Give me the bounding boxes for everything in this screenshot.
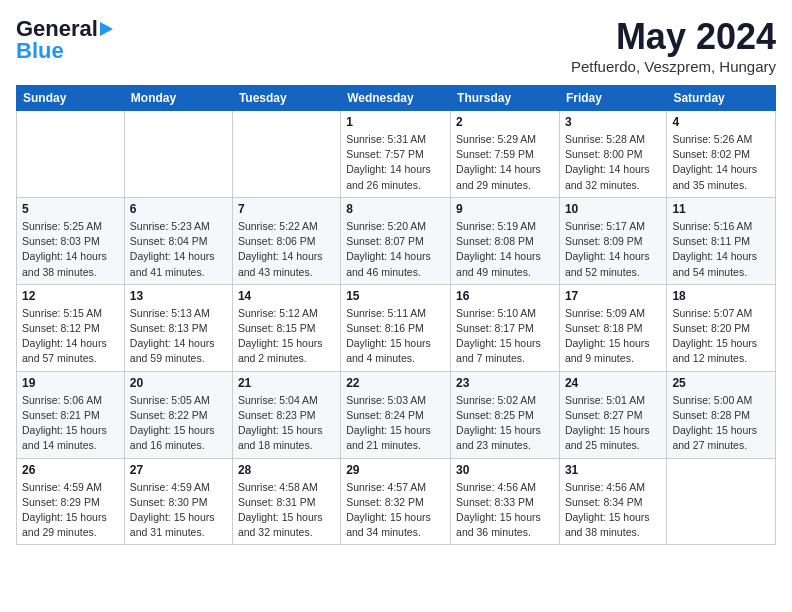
logo-blue: Blue [16, 38, 64, 64]
calendar-cell: 26Sunrise: 4:59 AM Sunset: 8:29 PM Dayli… [17, 458, 125, 545]
day-number: 14 [238, 289, 335, 303]
day-info: Sunrise: 5:23 AM Sunset: 8:04 PM Dayligh… [130, 219, 227, 280]
calendar-cell: 10Sunrise: 5:17 AM Sunset: 8:09 PM Dayli… [559, 197, 666, 284]
day-info: Sunrise: 5:06 AM Sunset: 8:21 PM Dayligh… [22, 393, 119, 454]
day-number: 22 [346, 376, 445, 390]
calendar-cell: 13Sunrise: 5:13 AM Sunset: 8:13 PM Dayli… [124, 284, 232, 371]
calendar-week-row: 26Sunrise: 4:59 AM Sunset: 8:29 PM Dayli… [17, 458, 776, 545]
page-header: General Blue May 2024 Petfuerdo, Veszpre… [16, 16, 776, 75]
day-info: Sunrise: 5:09 AM Sunset: 8:18 PM Dayligh… [565, 306, 661, 367]
day-number: 28 [238, 463, 335, 477]
day-info: Sunrise: 5:02 AM Sunset: 8:25 PM Dayligh… [456, 393, 554, 454]
calendar-cell: 7Sunrise: 5:22 AM Sunset: 8:06 PM Daylig… [232, 197, 340, 284]
day-info: Sunrise: 5:25 AM Sunset: 8:03 PM Dayligh… [22, 219, 119, 280]
day-info: Sunrise: 4:59 AM Sunset: 8:30 PM Dayligh… [130, 480, 227, 541]
day-info: Sunrise: 5:20 AM Sunset: 8:07 PM Dayligh… [346, 219, 445, 280]
day-number: 2 [456, 115, 554, 129]
day-info: Sunrise: 5:28 AM Sunset: 8:00 PM Dayligh… [565, 132, 661, 193]
calendar-cell: 14Sunrise: 5:12 AM Sunset: 8:15 PM Dayli… [232, 284, 340, 371]
day-of-week-friday: Friday [559, 86, 666, 111]
day-info: Sunrise: 5:05 AM Sunset: 8:22 PM Dayligh… [130, 393, 227, 454]
day-number: 25 [672, 376, 770, 390]
day-of-week-sunday: Sunday [17, 86, 125, 111]
calendar-cell: 16Sunrise: 5:10 AM Sunset: 8:17 PM Dayli… [451, 284, 560, 371]
day-info: Sunrise: 5:11 AM Sunset: 8:16 PM Dayligh… [346, 306, 445, 367]
calendar-cell: 15Sunrise: 5:11 AM Sunset: 8:16 PM Dayli… [341, 284, 451, 371]
day-number: 29 [346, 463, 445, 477]
day-info: Sunrise: 5:13 AM Sunset: 8:13 PM Dayligh… [130, 306, 227, 367]
calendar-cell: 6Sunrise: 5:23 AM Sunset: 8:04 PM Daylig… [124, 197, 232, 284]
day-info: Sunrise: 5:22 AM Sunset: 8:06 PM Dayligh… [238, 219, 335, 280]
day-number: 9 [456, 202, 554, 216]
calendar-cell: 27Sunrise: 4:59 AM Sunset: 8:30 PM Dayli… [124, 458, 232, 545]
day-number: 6 [130, 202, 227, 216]
day-number: 1 [346, 115, 445, 129]
day-info: Sunrise: 4:58 AM Sunset: 8:31 PM Dayligh… [238, 480, 335, 541]
calendar-cell: 28Sunrise: 4:58 AM Sunset: 8:31 PM Dayli… [232, 458, 340, 545]
calendar-cell: 23Sunrise: 5:02 AM Sunset: 8:25 PM Dayli… [451, 371, 560, 458]
day-number: 19 [22, 376, 119, 390]
day-number: 8 [346, 202, 445, 216]
day-info: Sunrise: 5:26 AM Sunset: 8:02 PM Dayligh… [672, 132, 770, 193]
calendar-cell [17, 111, 125, 198]
calendar-cell: 24Sunrise: 5:01 AM Sunset: 8:27 PM Dayli… [559, 371, 666, 458]
calendar-cell: 2Sunrise: 5:29 AM Sunset: 7:59 PM Daylig… [451, 111, 560, 198]
day-info: Sunrise: 5:01 AM Sunset: 8:27 PM Dayligh… [565, 393, 661, 454]
calendar-cell: 20Sunrise: 5:05 AM Sunset: 8:22 PM Dayli… [124, 371, 232, 458]
day-number: 15 [346, 289, 445, 303]
day-number: 18 [672, 289, 770, 303]
calendar-cell: 25Sunrise: 5:00 AM Sunset: 8:28 PM Dayli… [667, 371, 776, 458]
logo-arrow-icon [100, 22, 113, 36]
day-info: Sunrise: 4:57 AM Sunset: 8:32 PM Dayligh… [346, 480, 445, 541]
day-info: Sunrise: 5:07 AM Sunset: 8:20 PM Dayligh… [672, 306, 770, 367]
day-info: Sunrise: 5:17 AM Sunset: 8:09 PM Dayligh… [565, 219, 661, 280]
title-block: May 2024 Petfuerdo, Veszprem, Hungary [571, 16, 776, 75]
day-number: 31 [565, 463, 661, 477]
day-number: 21 [238, 376, 335, 390]
day-number: 11 [672, 202, 770, 216]
day-info: Sunrise: 5:12 AM Sunset: 8:15 PM Dayligh… [238, 306, 335, 367]
day-info: Sunrise: 5:00 AM Sunset: 8:28 PM Dayligh… [672, 393, 770, 454]
day-of-week-wednesday: Wednesday [341, 86, 451, 111]
calendar-cell: 17Sunrise: 5:09 AM Sunset: 8:18 PM Dayli… [559, 284, 666, 371]
day-number: 16 [456, 289, 554, 303]
calendar-week-row: 1Sunrise: 5:31 AM Sunset: 7:57 PM Daylig… [17, 111, 776, 198]
day-info: Sunrise: 5:29 AM Sunset: 7:59 PM Dayligh… [456, 132, 554, 193]
logo: General Blue [16, 16, 115, 64]
month-title: May 2024 [571, 16, 776, 58]
day-number: 26 [22, 463, 119, 477]
day-number: 17 [565, 289, 661, 303]
calendar-table: SundayMondayTuesdayWednesdayThursdayFrid… [16, 85, 776, 545]
day-number: 27 [130, 463, 227, 477]
location: Petfuerdo, Veszprem, Hungary [571, 58, 776, 75]
day-info: Sunrise: 4:56 AM Sunset: 8:34 PM Dayligh… [565, 480, 661, 541]
calendar-cell: 30Sunrise: 4:56 AM Sunset: 8:33 PM Dayli… [451, 458, 560, 545]
day-of-week-saturday: Saturday [667, 86, 776, 111]
calendar-cell: 29Sunrise: 4:57 AM Sunset: 8:32 PM Dayli… [341, 458, 451, 545]
day-number: 12 [22, 289, 119, 303]
day-of-week-monday: Monday [124, 86, 232, 111]
day-info: Sunrise: 4:56 AM Sunset: 8:33 PM Dayligh… [456, 480, 554, 541]
day-info: Sunrise: 5:03 AM Sunset: 8:24 PM Dayligh… [346, 393, 445, 454]
calendar-cell: 9Sunrise: 5:19 AM Sunset: 8:08 PM Daylig… [451, 197, 560, 284]
calendar-cell: 11Sunrise: 5:16 AM Sunset: 8:11 PM Dayli… [667, 197, 776, 284]
calendar-cell: 22Sunrise: 5:03 AM Sunset: 8:24 PM Dayli… [341, 371, 451, 458]
calendar-week-row: 5Sunrise: 5:25 AM Sunset: 8:03 PM Daylig… [17, 197, 776, 284]
day-number: 3 [565, 115, 661, 129]
day-info: Sunrise: 5:19 AM Sunset: 8:08 PM Dayligh… [456, 219, 554, 280]
calendar-cell [124, 111, 232, 198]
calendar-cell: 4Sunrise: 5:26 AM Sunset: 8:02 PM Daylig… [667, 111, 776, 198]
day-info: Sunrise: 5:16 AM Sunset: 8:11 PM Dayligh… [672, 219, 770, 280]
day-number: 23 [456, 376, 554, 390]
day-number: 24 [565, 376, 661, 390]
day-number: 5 [22, 202, 119, 216]
calendar-cell: 8Sunrise: 5:20 AM Sunset: 8:07 PM Daylig… [341, 197, 451, 284]
calendar-cell: 31Sunrise: 4:56 AM Sunset: 8:34 PM Dayli… [559, 458, 666, 545]
calendar-week-row: 19Sunrise: 5:06 AM Sunset: 8:21 PM Dayli… [17, 371, 776, 458]
day-of-week-thursday: Thursday [451, 86, 560, 111]
day-number: 4 [672, 115, 770, 129]
calendar-cell: 5Sunrise: 5:25 AM Sunset: 8:03 PM Daylig… [17, 197, 125, 284]
day-info: Sunrise: 5:10 AM Sunset: 8:17 PM Dayligh… [456, 306, 554, 367]
day-number: 13 [130, 289, 227, 303]
calendar-cell: 19Sunrise: 5:06 AM Sunset: 8:21 PM Dayli… [17, 371, 125, 458]
